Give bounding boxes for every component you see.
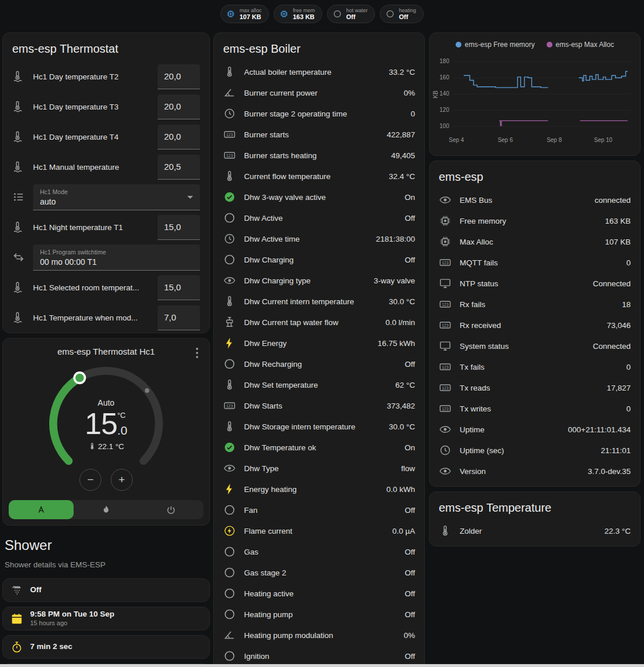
entity-row[interactable]: Current flow temperature 32.4 °C	[214, 166, 424, 187]
number-input[interactable]	[158, 125, 200, 150]
legend-item[interactable]: ems-esp Free memory	[456, 41, 535, 49]
entity-row[interactable]: Dhw Active time 2181:38:00	[214, 228, 424, 249]
entity-label: Uptime	[460, 425, 560, 434]
number-input[interactable]	[158, 64, 200, 89]
svg-text:Sep 4: Sep 4	[449, 137, 464, 143]
hvac-mode-button[interactable]	[9, 500, 74, 519]
entity-label: Zolder	[460, 527, 596, 535]
mode-select[interactable]: Hc1 Mode auto	[33, 184, 200, 210]
entity-row[interactable]: 123 Tx writes 0	[430, 398, 640, 419]
check-circle-icon	[223, 441, 236, 454]
entity-row[interactable]: Uptime (sec) 21:11:01	[430, 440, 640, 461]
status-chip[interactable]: hot water Off	[327, 5, 375, 23]
counter-icon: 123	[439, 256, 452, 269]
entity-row[interactable]: Zolder 22.3 °C	[430, 520, 640, 541]
text-field[interactable]: Hc1 Program switchtime 00 mo 00:00 T1	[33, 245, 200, 271]
entity-row[interactable]: 123 Tx fails 0	[430, 356, 640, 377]
decrease-temp-button[interactable]: −	[79, 469, 101, 491]
thermometer-icon	[439, 524, 452, 537]
entity-label: Heating pump	[244, 610, 396, 619]
entity-row[interactable]: System status Connected	[430, 336, 640, 356]
entity-row[interactable]: Gas Off	[214, 541, 424, 562]
entity-row[interactable]: Max Alloc 107 KB	[430, 231, 640, 252]
entity-row[interactable]: Dhw Active Off	[214, 207, 424, 228]
hvac-mode-button[interactable]	[74, 500, 139, 519]
setting-label: Hc1 Selected room temperat...	[33, 283, 150, 292]
shower-item-title: Off	[30, 585, 42, 595]
hvac-mode-button[interactable]	[139, 500, 203, 519]
status-chip[interactable]: heating Off	[380, 5, 424, 23]
increase-temp-button[interactable]: +	[111, 469, 133, 491]
entity-row[interactable]: Uptime 000+21:11:01.434	[430, 419, 640, 440]
card-title: ems-esp	[430, 161, 640, 189]
entity-row[interactable]: Heating pump modulation 0%	[214, 625, 424, 646]
entity-row[interactable]: EMS Bus connected	[430, 189, 640, 210]
entity-label: Dhw Temperature ok	[244, 443, 396, 452]
status-chip[interactable]: max alloc 107 KB	[220, 5, 269, 23]
entity-value: 422,887	[387, 130, 415, 139]
entity-value: Connected	[593, 279, 631, 288]
entity-label: Dhw Active time	[244, 235, 368, 243]
entity-row[interactable]: 123 MQTT fails 0	[430, 252, 640, 273]
entity-row[interactable]: Energy heating 0.0 kWh	[214, 479, 424, 500]
entity-row[interactable]: Heating active Off	[214, 583, 424, 604]
entity-row[interactable]: Fan Off	[214, 500, 424, 520]
entity-row[interactable]: Dhw Type flow	[214, 458, 424, 479]
entity-row[interactable]: Dhw Storage intern temperature 30.0 °C	[214, 416, 424, 437]
number-input[interactable]	[158, 94, 200, 119]
entity-row[interactable]: 123 Rx fails 18	[430, 294, 640, 315]
entity-row[interactable]: 123 Rx received 73,046	[430, 315, 640, 336]
entity-row[interactable]: Dhw Recharging Off	[214, 353, 424, 374]
entity-row[interactable]: Dhw 3-way valve active On	[214, 187, 424, 207]
legend-item[interactable]: ems-esp Max Alloc	[547, 41, 614, 49]
entity-label: Tx writes	[460, 404, 618, 413]
entity-row[interactable]: Dhw Current intern temperature 30.0 °C	[214, 291, 424, 312]
entity-label: Burner current power	[244, 89, 395, 97]
entity-row[interactable]: Ignition Off	[214, 646, 424, 666]
entity-row[interactable]: Version 3.7.0-dev.35	[430, 461, 640, 482]
entity-row[interactable]: Dhw Current tap water flow 0.0 l/min	[214, 312, 424, 333]
shower-section-subtitle: Shower details via EMS-ESP	[5, 560, 208, 569]
hvac-mode-selector	[9, 500, 203, 519]
entity-row[interactable]: Dhw Charging Off	[214, 249, 424, 270]
entity-row[interactable]: 123 Dhw Starts 373,482	[214, 395, 424, 416]
number-input[interactable]	[158, 155, 200, 180]
more-menu-icon[interactable]	[190, 345, 205, 360]
entity-row[interactable]: NTP status Connected	[430, 273, 640, 294]
number-input[interactable]	[158, 305, 200, 330]
shower-item[interactable]: Off	[2, 578, 210, 602]
entity-row[interactable]: 123 Burner starts 422,887	[214, 124, 424, 145]
entity-row[interactable]: Dhw Temperature ok On	[214, 437, 424, 458]
entity-row[interactable]: Burner current power 0%	[214, 82, 424, 103]
status-chip[interactable]: free mem 163 KB	[274, 5, 322, 23]
entity-label: Dhw Active	[244, 214, 396, 223]
entity-row[interactable]: Heating pump Off	[214, 604, 424, 625]
entity-row[interactable]: Dhw Energy 16.75 kWh	[214, 333, 424, 353]
number-input[interactable]	[158, 275, 200, 300]
entity-label: Dhw Charging	[244, 256, 396, 264]
entity-row[interactable]: Burner stage 2 operating time 0	[214, 103, 424, 124]
number-input[interactable]	[158, 215, 200, 240]
counter-icon: 123	[223, 149, 236, 162]
entity-row[interactable]: Gas stage 2 Off	[214, 562, 424, 583]
entity-label: EMS Bus	[460, 196, 587, 205]
field-value: auto	[40, 197, 193, 206]
chevron-down-icon	[187, 196, 193, 199]
thermometer-icon	[223, 170, 236, 183]
legend-label: ems-esp Max Alloc	[556, 41, 614, 49]
counter-icon: 123	[439, 381, 452, 394]
entity-row[interactable]: Actual boiler temperature 33.2 °C	[214, 61, 424, 82]
shower-item[interactable]: 9:58 PM on Tue 10 Sep 15 hours ago	[2, 607, 210, 630]
entity-row[interactable]: Free memory 163 KB	[430, 210, 640, 231]
entity-row[interactable]: 123 Tx reads 17,827	[430, 377, 640, 398]
shower-item[interactable]: 7 min 2 sec	[2, 635, 210, 659]
entity-row[interactable]: Flame current 0.0 µA	[214, 520, 424, 541]
entity-row[interactable]: Dhw Charging type 3-way valve	[214, 270, 424, 291]
entity-row[interactable]: 123 Burner starts heating 49,405	[214, 145, 424, 166]
entity-row[interactable]: Dhw Set temperature 62 °C	[214, 374, 424, 395]
entity-value: 17,827	[607, 384, 631, 392]
circle-icon	[333, 9, 342, 19]
svg-text:120: 120	[439, 107, 449, 113]
circle-icon	[223, 212, 236, 224]
svg-text:Sep 6: Sep 6	[498, 137, 514, 143]
